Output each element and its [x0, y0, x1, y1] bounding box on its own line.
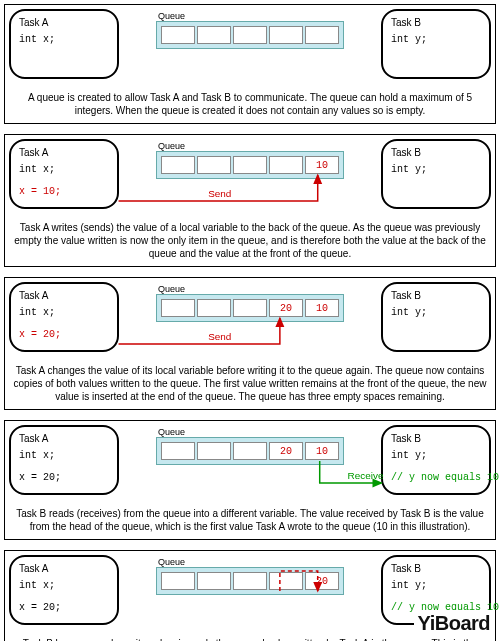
task-a-code: int x; x = 20; [19, 450, 109, 483]
queue-wrap: Queue2010 [156, 282, 344, 322]
task-b-code: int y; [391, 34, 481, 45]
panel-4: Task Aint x; x = 20;Queue2010Task Bint y… [4, 420, 496, 540]
task-b-box: Task Bint y; [381, 9, 491, 79]
send-arrow-label: Send [208, 331, 231, 342]
queue-wrap: Queue [156, 9, 344, 49]
task-a-title: Task A [19, 290, 109, 301]
task-b-code: int y; // y now equals 10 [391, 580, 481, 613]
queue-slot [161, 572, 195, 590]
queue-slot: 10 [305, 156, 339, 174]
panel-description: Task A changes the value of its local va… [9, 360, 491, 405]
queue-slot [269, 26, 303, 44]
queue-slot [197, 572, 231, 590]
queue-slot [161, 299, 195, 317]
queue-slot [233, 156, 267, 174]
task-b-box: Task Bint y; [381, 139, 491, 209]
task-a-title: Task A [19, 17, 109, 28]
queue-slot: 10 [305, 299, 339, 317]
queue-wrap: Queue10 [156, 139, 344, 179]
task-a-box: Task Aint x; x = 20; [9, 425, 119, 495]
task-a-box: Task Aint x; x = 20; [9, 555, 119, 625]
queue-slot: 20 [269, 442, 303, 460]
panel-row: Task Aint x; x = 10;Queue10Task Bint y;S… [9, 139, 491, 217]
queue-wrap: Queue20 [156, 555, 344, 595]
panel-description: A queue is created to allow Task A and T… [9, 87, 491, 119]
watermark: YiBoard [414, 610, 494, 637]
queue-slot [197, 156, 231, 174]
queue-slot [161, 156, 195, 174]
queue-slot [233, 572, 267, 590]
panel-2: Task Aint x; x = 10;Queue10Task Bint y;S… [4, 134, 496, 267]
queue-slot [305, 26, 339, 44]
panel-row: Task Aint x; x = 20;Queue2010Task Bint y… [9, 425, 491, 503]
queue-label: Queue [158, 557, 344, 567]
queue-slot: 20 [269, 299, 303, 317]
panel-1: Task Aint x;QueueTask Bint y;A queue is … [4, 4, 496, 124]
task-a-title: Task A [19, 147, 109, 158]
panel-row: Task Aint x;QueueTask Bint y; [9, 9, 491, 87]
task-a-box: Task Aint x; x = 10; [9, 139, 119, 209]
task-a-code: int x; x = 10; [19, 164, 109, 197]
queue-label: Queue [158, 11, 344, 21]
panel-description: Task A writes (sends) the value of a loc… [9, 217, 491, 262]
task-a-code: int x; x = 20; [19, 307, 109, 340]
task-b-box: Task Bint y; // y now equals 10 [381, 425, 491, 495]
task-b-title: Task B [391, 147, 481, 158]
queue-slot [197, 299, 231, 317]
queue-slot [269, 572, 303, 590]
task-b-code: int y; [391, 164, 481, 175]
task-b-title: Task B [391, 433, 481, 444]
task-b-code: int y; [391, 307, 481, 318]
panel-3: Task Aint x; x = 20;Queue2010Task Bint y… [4, 277, 496, 410]
task-a-title: Task A [19, 563, 109, 574]
queue-label: Queue [158, 284, 344, 294]
task-a-box: Task Aint x; x = 20; [9, 282, 119, 352]
task-b-title: Task B [391, 563, 481, 574]
queue-slot [233, 26, 267, 44]
queue [156, 21, 344, 49]
queue-label: Queue [158, 427, 344, 437]
panel-row: Task Aint x; x = 20;Queue2010Task Bint y… [9, 282, 491, 360]
queue-slot [197, 26, 231, 44]
queue: 10 [156, 151, 344, 179]
task-b-box: Task Bint y; [381, 282, 491, 352]
task-b-title: Task B [391, 17, 481, 28]
send-arrow-label: Send [208, 188, 231, 199]
task-b-code: int y; // y now equals 10 [391, 450, 481, 483]
queue-slot: 10 [305, 442, 339, 460]
queue-slot [269, 156, 303, 174]
task-a-box: Task Aint x; [9, 9, 119, 79]
task-a-code: int x; [19, 34, 109, 45]
task-a-title: Task A [19, 433, 109, 444]
task-a-code: int x; x = 20; [19, 580, 109, 613]
queue-slot [233, 299, 267, 317]
queue-label: Queue [158, 141, 344, 151]
queue-slot [161, 26, 195, 44]
queue-slot [161, 442, 195, 460]
queue-slot [197, 442, 231, 460]
queue-slot: 20 [305, 572, 339, 590]
queue: 2010 [156, 437, 344, 465]
queue-wrap: Queue2010 [156, 425, 344, 465]
task-b-title: Task B [391, 290, 481, 301]
queue-slot [233, 442, 267, 460]
queue: 20 [156, 567, 344, 595]
panel-description: Task B reads (receives) from the queue i… [9, 503, 491, 535]
receive-arrow-label: Receive [348, 470, 384, 481]
queue: 2010 [156, 294, 344, 322]
